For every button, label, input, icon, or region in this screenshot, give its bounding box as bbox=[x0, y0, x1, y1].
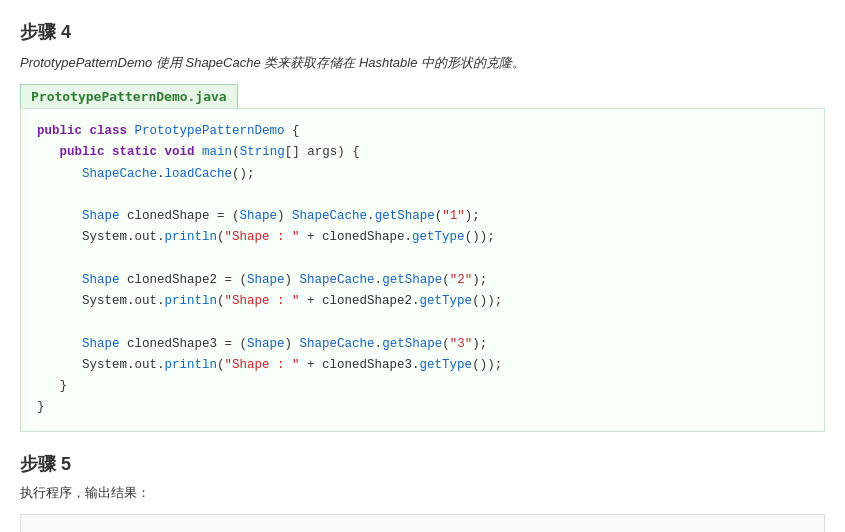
code-line-7 bbox=[37, 249, 808, 270]
code-line-5: Shape clonedShape = (Shape) ShapeCache.g… bbox=[37, 206, 808, 227]
code-line-8: Shape clonedShape2 = (Shape) ShapeCache.… bbox=[37, 270, 808, 291]
step5-section: 步骤 5 执行程序，输出结果： Shape : Circle Shape : S… bbox=[20, 452, 825, 533]
output-line-1: Shape : Circle bbox=[37, 527, 808, 533]
step5-description: 执行程序，输出结果： bbox=[20, 484, 825, 502]
code-line-9: System.out.println("Shape : " + clonedSh… bbox=[37, 291, 808, 312]
code-line-6: System.out.println("Shape : " + clonedSh… bbox=[37, 227, 808, 248]
code-line-12: System.out.println("Shape : " + clonedSh… bbox=[37, 355, 808, 376]
demo-class-name: PrototypePatternDemo bbox=[20, 55, 152, 70]
code-block: public class PrototypePatternDemo { publ… bbox=[20, 108, 825, 432]
file-label: PrototypePatternDemo.java bbox=[20, 84, 238, 108]
output-block: Shape : Circle Shape : Square Shape : Re… bbox=[20, 514, 825, 533]
code-line-13: } bbox=[37, 376, 808, 397]
code-line-11: Shape clonedShape3 = (Shape) ShapeCache.… bbox=[37, 334, 808, 355]
shape-cache-name: ShapeCache bbox=[185, 55, 260, 70]
code-line-14: } bbox=[37, 397, 808, 418]
step4-section: 步骤 4 PrototypePatternDemo 使用 ShapeCache … bbox=[20, 20, 825, 432]
step4-heading: 步骤 4 bbox=[20, 20, 825, 44]
code-line-3: ShapeCache.loadCache(); bbox=[37, 164, 808, 185]
step4-description: PrototypePatternDemo 使用 ShapeCache 类来获取存… bbox=[20, 54, 825, 72]
step5-heading: 步骤 5 bbox=[20, 452, 825, 476]
code-line-1: public class PrototypePatternDemo { bbox=[37, 121, 808, 142]
hashtable-name: Hashtable bbox=[359, 55, 418, 70]
code-line-2: public static void main(String[] args) { bbox=[37, 142, 808, 163]
code-line-10 bbox=[37, 312, 808, 333]
code-line-4 bbox=[37, 185, 808, 206]
